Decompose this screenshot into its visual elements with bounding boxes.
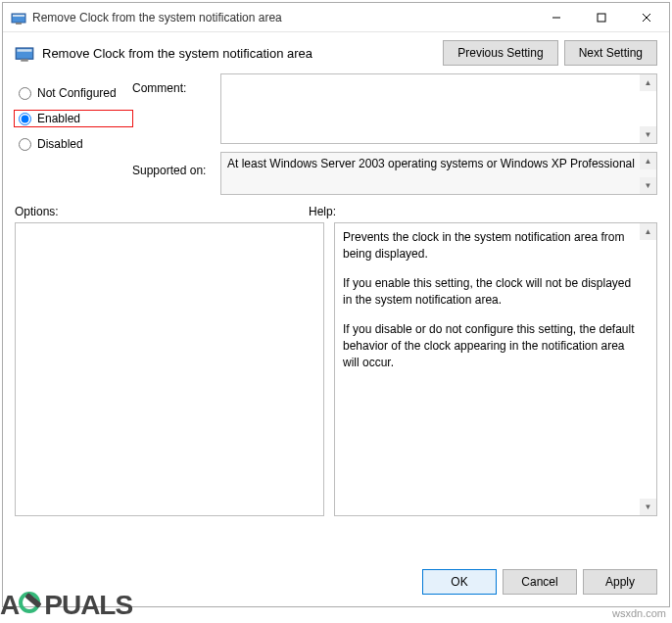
policy-icon (11, 10, 26, 25)
field-labels: Comment: Supported on: (132, 73, 220, 195)
help-paragraph: If you disable or do not configure this … (343, 321, 635, 372)
scroll-down-icon[interactable]: ▼ (640, 126, 656, 143)
scroll-down-icon[interactable]: ▼ (640, 499, 656, 515)
comment-label: Comment: (132, 81, 220, 95)
scrollbar: ▲ ▼ (640, 153, 656, 194)
supported-label: Supported on: (132, 164, 220, 177)
apply-button[interactable]: Apply (583, 569, 657, 595)
policy-title: Remove Clock from the system notificatio… (42, 46, 437, 61)
radio-disabled[interactable]: Disabled (15, 136, 132, 152)
svg-rect-8 (18, 49, 32, 52)
supported-on-box: At least Windows Server 2003 operating s… (220, 152, 657, 195)
radio-disabled-input[interactable] (19, 138, 31, 151)
svg-rect-9 (21, 59, 28, 62)
policy-icon (15, 43, 34, 63)
field-values: ▲ ▼ At least Windows Server 2003 operati… (220, 73, 657, 195)
svg-rect-1 (13, 15, 24, 17)
svg-rect-4 (598, 14, 605, 22)
scrollbar[interactable]: ▲ ▼ (640, 223, 656, 515)
scrollbar[interactable]: ▲ ▼ (640, 74, 656, 143)
scroll-down-icon[interactable]: ▼ (640, 177, 656, 194)
scroll-up-icon[interactable]: ▲ (640, 74, 656, 91)
radio-enabled-label: Enabled (37, 112, 80, 125)
state-radio-group: Not Configured Enabled Disabled (15, 73, 132, 195)
close-button[interactable] (624, 3, 669, 31)
maximize-button[interactable] (579, 3, 624, 31)
svg-rect-2 (16, 23, 22, 24)
minimize-button[interactable] (534, 3, 579, 31)
radio-not-configured-input[interactable] (19, 87, 31, 100)
radio-disabled-label: Disabled (37, 137, 83, 151)
comment-textbox[interactable]: ▲ ▼ (220, 73, 657, 144)
scroll-up-icon[interactable]: ▲ (640, 223, 656, 240)
cancel-button[interactable]: Cancel (503, 569, 577, 595)
previous-setting-button[interactable]: Previous Setting (443, 40, 557, 66)
help-pane: Prevents the clock in the system notific… (334, 222, 657, 516)
titlebar: Remove Clock from the system notificatio… (3, 3, 669, 32)
window-controls (534, 3, 669, 31)
ok-button[interactable]: OK (422, 569, 497, 595)
panes: Prevents the clock in the system notific… (3, 222, 669, 559)
dialog-window: Remove Clock from the system notificatio… (2, 2, 670, 607)
upper-section: Not Configured Enabled Disabled Comment:… (3, 70, 669, 195)
supported-on-value: At least Windows Server 2003 operating s… (227, 157, 635, 170)
watermark-suffix: PUALS (44, 590, 132, 621)
scroll-up-icon[interactable]: ▲ (640, 153, 656, 169)
next-setting-button[interactable]: Next Setting (564, 40, 657, 66)
watermark-source: wsxdn.com (612, 607, 666, 619)
header-row: Remove Clock from the system notificatio… (3, 32, 669, 70)
options-pane (15, 222, 324, 516)
pane-labels: Options: Help: (3, 195, 669, 222)
radio-enabled-input[interactable] (19, 113, 31, 125)
watermark-logo: A PUALS (0, 590, 132, 621)
help-paragraph: If you enable this setting, the clock wi… (343, 275, 635, 310)
wrench-ring-icon (19, 592, 44, 619)
window-title: Remove Clock from the system notificatio… (32, 11, 534, 24)
options-label: Options: (15, 205, 309, 218)
watermark-prefix: A (0, 590, 19, 621)
radio-not-configured[interactable]: Not Configured (15, 85, 132, 101)
help-label: Help: (309, 205, 336, 218)
help-paragraph: Prevents the clock in the system notific… (343, 229, 635, 264)
radio-enabled[interactable]: Enabled (15, 111, 132, 126)
radio-not-configured-label: Not Configured (37, 86, 117, 100)
